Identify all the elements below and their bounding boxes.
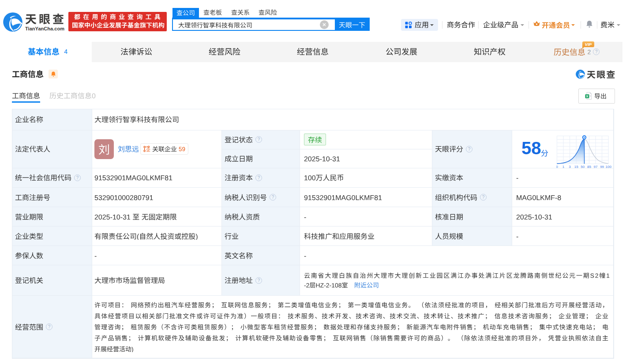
svg-text:85: 85 bbox=[587, 165, 591, 168]
svg-text:99: 99 bbox=[600, 165, 604, 168]
svg-text:100: 100 bbox=[606, 165, 612, 168]
svg-text:1: 1 bbox=[562, 165, 565, 168]
svg-text:0: 0 bbox=[556, 165, 558, 168]
svg-text:15: 15 bbox=[574, 165, 578, 168]
svg-text:50: 50 bbox=[581, 165, 585, 168]
svg-text:97: 97 bbox=[594, 165, 598, 168]
svg-text:3: 3 bbox=[569, 165, 571, 168]
